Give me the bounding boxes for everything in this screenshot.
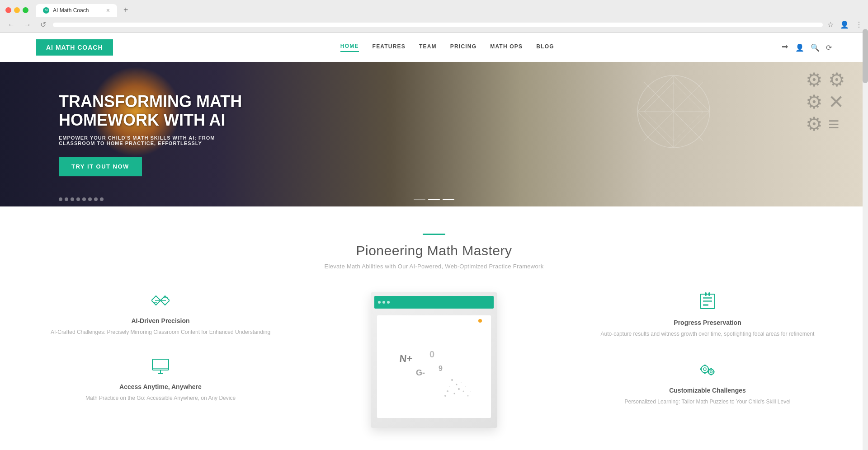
math-scatter-svg: N+ G- 0 9 xyxy=(389,326,479,407)
access-anywhere-desc: Math Practice on the Go: Accessible Anyw… xyxy=(45,394,276,403)
svg-point-25 xyxy=(444,395,446,397)
progress-title: Progress Preservation xyxy=(592,319,823,326)
features-section: Pioneering Math Mastery Elevate Math Abi… xyxy=(0,206,868,450)
book-page: N+ G- 0 9 xyxy=(377,315,491,418)
window-controls xyxy=(5,7,28,13)
hero-section: ⚙ ⚙⚙ ✕⚙ ≡ TRANSFORMING MATH HOMEWORK WIT… xyxy=(0,62,868,206)
features-center-image: N+ G- 0 9 xyxy=(285,292,583,428)
hero-subtitle: EMPOWER YOUR CHILD'S MATH SKILLS WITH AI… xyxy=(59,135,249,146)
hero-cta-button[interactable]: TRY IT OUT NOW xyxy=(59,157,142,176)
progress-desc: Auto-capture results and witness growth … xyxy=(592,330,823,338)
hero-title: TRANSFORMING MATH HOMEWORK WITH AI xyxy=(59,92,249,130)
svg-point-19 xyxy=(458,388,460,390)
forward-button[interactable]: → xyxy=(22,20,33,30)
login-icon[interactable]: ⮕ xyxy=(782,43,789,52)
hero-progress-2[interactable] xyxy=(428,199,440,200)
translate-icon[interactable]: ⟳ xyxy=(826,43,832,52)
close-window-button[interactable] xyxy=(5,7,11,13)
header-icon-actions: ⮕ 👤 🔍 ⟳ xyxy=(782,43,832,52)
nav-home[interactable]: HOME xyxy=(340,43,359,52)
svg-point-35 xyxy=(703,368,706,370)
svg-rect-43 xyxy=(710,374,712,375)
svg-point-36 xyxy=(708,369,714,375)
active-tab[interactable]: M AI Math Coach × xyxy=(36,4,117,17)
nav-pricing[interactable]: PRICING xyxy=(450,43,476,52)
slide-dot-7[interactable] xyxy=(94,197,98,201)
features-right-col: Progress Preservation Auto-capture resul… xyxy=(583,292,832,406)
customizable-desc: Personalized Learning: Tailor Math Puzzl… xyxy=(592,398,823,406)
main-nav: HOME FEATURES TEAM PRICING MATH OPS BLOG xyxy=(113,43,782,52)
scrollbar-thumb[interactable] xyxy=(863,29,868,83)
svg-rect-41 xyxy=(708,368,709,370)
book-top-bar xyxy=(374,296,494,309)
maximize-window-button[interactable] xyxy=(23,7,28,13)
logo-button[interactable]: AI MATH COACH xyxy=(36,39,113,56)
svg-rect-44 xyxy=(708,371,709,373)
access-anywhere-icon xyxy=(45,358,276,379)
hero-progress-1[interactable] xyxy=(414,199,425,200)
svg-rect-45 xyxy=(713,371,715,373)
svg-rect-38 xyxy=(704,365,706,366)
slide-dot-3[interactable] xyxy=(71,197,74,201)
nav-features[interactable]: FEATURES xyxy=(373,43,406,52)
ai-precision-title: AI-Driven Precision xyxy=(45,317,276,324)
features-left-col: AI-Driven Precision AI-Crafted Challenge… xyxy=(36,292,285,403)
feature-ai-precision: AI-Driven Precision AI-Crafted Challenge… xyxy=(36,292,285,337)
browser-action-icons: ☆ 👤 ⋮ xyxy=(827,20,863,29)
bar-dot-2 xyxy=(382,301,385,304)
math-visual-container: N+ G- 0 9 xyxy=(371,292,497,428)
svg-rect-31 xyxy=(703,304,708,306)
feature-access-anywhere: Access Anytime, Anywhere Math Practice o… xyxy=(36,358,285,403)
site-header: AI MATH COACH HOME FEATURES TEAM PRICING… xyxy=(0,33,868,62)
features-grid: AI-Driven Precision AI-Crafted Challenge… xyxy=(36,292,832,428)
slide-dot-8[interactable] xyxy=(100,197,104,201)
slide-dot-1[interactable] xyxy=(59,197,62,201)
tab-close-button[interactable]: × xyxy=(106,7,110,14)
profile-icon[interactable]: 👤 xyxy=(840,20,849,29)
svg-text:G-: G- xyxy=(416,368,425,377)
svg-point-20 xyxy=(454,393,455,394)
svg-point-21 xyxy=(461,382,462,383)
svg-rect-33 xyxy=(708,292,710,296)
nav-blog[interactable]: BLOG xyxy=(536,43,554,52)
svg-point-22 xyxy=(447,390,448,392)
slide-dot-2[interactable] xyxy=(65,197,68,201)
tab-favicon: M xyxy=(43,7,49,14)
slide-dot-5[interactable] xyxy=(82,197,86,201)
customizable-icon xyxy=(592,360,823,382)
back-button[interactable]: ← xyxy=(5,20,17,30)
ai-precision-desc: AI-Crafted Challenges: Precisely Mirrori… xyxy=(45,328,276,337)
tab-title: AI Math Coach xyxy=(53,7,89,14)
svg-rect-32 xyxy=(705,292,707,296)
hero-progress-dots xyxy=(414,199,454,200)
browser-chrome: M AI Math Coach × + ← → ↺ ☆ 👤 ⋮ xyxy=(0,0,868,33)
slide-indicators-left xyxy=(59,197,104,201)
svg-point-24 xyxy=(465,386,466,387)
nav-mathops[interactable]: MATH OPS xyxy=(490,43,523,52)
search-icon[interactable]: 🔍 xyxy=(811,43,820,52)
nav-team[interactable]: TEAM xyxy=(419,43,437,52)
user-icon[interactable]: 👤 xyxy=(795,43,804,52)
slide-dot-6[interactable] xyxy=(88,197,92,201)
svg-rect-29 xyxy=(703,297,712,299)
scrollbar[interactable] xyxy=(863,29,868,450)
access-anywhere-title: Access Anytime, Anywhere xyxy=(45,383,276,390)
bookmark-icon[interactable]: ☆ xyxy=(827,20,834,29)
orange-dot-accent xyxy=(478,319,482,323)
address-bar: ← → ↺ ☆ 👤 ⋮ xyxy=(0,17,868,33)
section-subtitle: Elevate Math Abilities with Our AI-Power… xyxy=(36,263,832,270)
menu-icon[interactable]: ⋮ xyxy=(855,20,863,29)
slide-dot-4[interactable] xyxy=(76,197,80,201)
new-tab-button[interactable]: + xyxy=(120,4,132,17)
minimize-window-button[interactable] xyxy=(14,7,20,13)
svg-rect-42 xyxy=(710,368,712,370)
ai-precision-icon xyxy=(45,292,276,313)
math-book-visual: N+ G- 0 9 xyxy=(371,292,497,428)
bar-dot-1 xyxy=(378,301,381,304)
hero-progress-3[interactable] xyxy=(443,199,454,200)
geometric-shape xyxy=(633,71,714,152)
svg-point-16 xyxy=(451,379,453,381)
refresh-button[interactable]: ↺ xyxy=(38,19,48,30)
url-input[interactable] xyxy=(53,23,823,27)
gear-decorations: ⚙ ⚙⚙ ✕⚙ ≡ xyxy=(806,69,845,135)
